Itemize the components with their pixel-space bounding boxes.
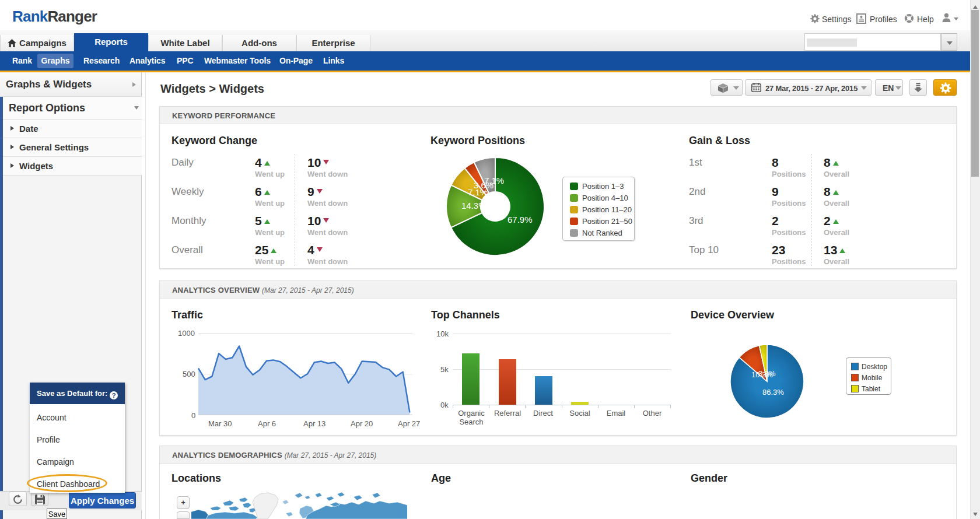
svg-text:86.3%: 86.3% xyxy=(762,388,784,397)
svg-text:14.3%: 14.3% xyxy=(461,201,487,211)
svg-text:3.3%: 3.3% xyxy=(758,369,776,378)
svg-text:7.1%: 7.1% xyxy=(484,176,504,185)
svg-text:67.9%: 67.9% xyxy=(508,215,533,225)
